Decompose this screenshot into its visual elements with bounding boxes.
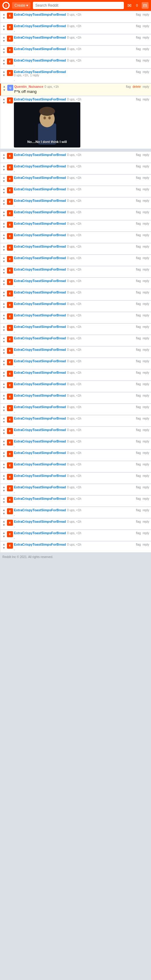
username[interactable]: ExtraCrispyToastSimpsForBread: [14, 97, 66, 101]
reply-link[interactable]: reply: [143, 382, 149, 386]
downvote-arrow[interactable]: ▼: [2, 477, 5, 481]
reply-link[interactable]: reply: [143, 337, 149, 340]
downvote-arrow[interactable]: ▼: [2, 328, 5, 332]
flag-link[interactable]: flag: [136, 520, 141, 523]
downvote-arrow[interactable]: ▼: [2, 294, 5, 298]
username[interactable]: ExtraCrispyToastSimpsForBread: [14, 382, 66, 386]
username[interactable]: ExtraCrispyToastSimpsForBread: [14, 70, 66, 73]
reply-link[interactable]: reply: [143, 394, 149, 397]
username[interactable]: ExtraCrispyToastSimpsForBread: [14, 13, 66, 16]
upvote-arrow[interactable]: ▲: [2, 394, 5, 397]
reply-link[interactable]: reply: [143, 428, 149, 432]
username[interactable]: ExtraCrispyToastSimpsForBread: [14, 256, 66, 260]
upvote-arrow[interactable]: ▲: [2, 176, 5, 180]
flag-link[interactable]: flag: [136, 531, 141, 535]
username[interactable]: ExtraCrispyToastSimpsForBread: [14, 47, 66, 51]
flag-link[interactable]: flag: [136, 417, 141, 420]
flag-link[interactable]: flag: [136, 360, 141, 363]
downvote-arrow[interactable]: ▼: [2, 180, 5, 183]
flag-link[interactable]: flag: [136, 348, 141, 352]
downvote-arrow[interactable]: ▼: [2, 397, 5, 401]
flag-link[interactable]: flag: [136, 222, 141, 225]
downvote-arrow[interactable]: ▼: [2, 168, 5, 172]
delete-link[interactable]: delete: [133, 85, 141, 88]
downvote-arrow[interactable]: ▼: [2, 535, 5, 538]
upvote-arrow[interactable]: ▲: [2, 405, 5, 409]
downvote-arrow[interactable]: ▼: [2, 225, 5, 229]
username[interactable]: ExtraCrispyToastSimpsForBread: [14, 222, 66, 225]
upvote-arrow[interactable]: ▲: [2, 417, 5, 420]
downvote-arrow[interactable]: ▼: [2, 386, 5, 390]
downvote-arrow[interactable]: ▼: [2, 340, 5, 344]
reply-link[interactable]: reply: [143, 543, 149, 546]
upvote-arrow[interactable]: ▲: [2, 451, 5, 455]
downvote-arrow[interactable]: ▼: [2, 62, 5, 66]
downvote-arrow[interactable]: ▼: [2, 51, 5, 54]
flag-link[interactable]: flag: [136, 291, 141, 294]
upvote-arrow[interactable]: ▲: [2, 382, 5, 386]
downvote-arrow[interactable]: ▼: [2, 305, 5, 309]
downvote-arrow[interactable]: ▼: [2, 260, 5, 263]
upvote-arrow[interactable]: ▲: [2, 462, 5, 466]
upvote-arrow[interactable]: ▲: [2, 24, 5, 28]
reply-link[interactable]: reply: [143, 406, 149, 409]
profile-icon[interactable]: m: [141, 2, 149, 9]
downvote-arrow[interactable]: ▼: [2, 363, 5, 366]
flag-link[interactable]: flag: [136, 199, 141, 202]
flag-link[interactable]: flag: [136, 153, 141, 156]
downvote-arrow[interactable]: ▼: [3, 88, 6, 92]
search-input[interactable]: [33, 2, 124, 9]
reply-link[interactable]: reply: [143, 188, 149, 191]
flag-link[interactable]: flag: [136, 210, 141, 214]
username[interactable]: ExtraCrispyToastSimpsForBread: [14, 359, 66, 363]
upvote-arrow[interactable]: ▲: [2, 508, 5, 512]
username[interactable]: ExtraCrispyToastSimpsForBread: [14, 267, 66, 271]
username[interactable]: ExtraCrispyToastSimpsForBread: [14, 336, 66, 340]
reply-link[interactable]: reply: [143, 176, 149, 180]
reply-link[interactable]: reply: [143, 325, 149, 328]
downvote-arrow[interactable]: ▼: [2, 214, 5, 218]
reply-link[interactable]: reply: [143, 153, 149, 156]
upvote-arrow[interactable]: ▲: [2, 245, 5, 248]
username[interactable]: ExtraCrispyToastSimpsForBread: [14, 164, 66, 168]
username[interactable]: ExtraCrispyToastSimpsForBread: [14, 520, 66, 523]
downvote-arrow[interactable]: ▼: [2, 455, 5, 458]
downvote-arrow[interactable]: ▼: [2, 523, 5, 527]
flag-link[interactable]: flag: [136, 394, 141, 397]
username[interactable]: ExtraCrispyToastSimpsForBread: [14, 291, 66, 294]
downvote-arrow[interactable]: ▼: [2, 432, 5, 435]
flag-link[interactable]: flag: [136, 474, 141, 477]
flag-link[interactable]: flag: [126, 85, 131, 88]
flag-link[interactable]: flag: [136, 36, 141, 39]
reply-link[interactable]: reply: [143, 85, 149, 88]
downvote-arrow[interactable]: ▼: [2, 271, 5, 275]
username[interactable]: ExtraCrispyToastSimpsForBread: [14, 187, 66, 191]
reply-link[interactable]: reply: [143, 520, 149, 523]
downvote-arrow[interactable]: ▼: [2, 420, 5, 424]
reply-link[interactable]: reply: [143, 371, 149, 374]
downvote-arrow[interactable]: ▼: [2, 317, 5, 321]
upvote-arrow[interactable]: ▲: [2, 199, 5, 202]
upvote-arrow[interactable]: ▲: [2, 336, 5, 340]
username[interactable]: ExtraCrispyToastSimpsForBread: [14, 302, 66, 305]
flag-link[interactable]: flag: [136, 325, 141, 328]
flag-link[interactable]: flag: [136, 440, 141, 443]
upvote-arrow[interactable]: ▲: [2, 47, 5, 51]
reply-link[interactable]: reply: [143, 302, 149, 305]
upvote-arrow[interactable]: ▲: [2, 164, 5, 168]
upvote-arrow[interactable]: ▲: [2, 291, 5, 294]
flag-link[interactable]: flag: [136, 70, 141, 73]
downvote-arrow[interactable]: ▼: [2, 443, 5, 447]
username[interactable]: ExtraCrispyToastSimpsForBread: [14, 439, 66, 443]
upvote-arrow[interactable]: ▲: [2, 187, 5, 191]
upvote-arrow[interactable]: ▲: [2, 497, 5, 500]
upvote-arrow[interactable]: ▲: [2, 542, 5, 546]
upvote-arrow[interactable]: ▲: [2, 279, 5, 283]
reply-link[interactable]: reply: [143, 463, 149, 466]
upvote-arrow[interactable]: ▲: [2, 474, 5, 477]
flag-link[interactable]: flag: [136, 406, 141, 409]
flag-link[interactable]: flag: [136, 59, 141, 62]
flag-link[interactable]: flag: [136, 509, 141, 512]
username[interactable]: ExtraCrispyToastSimpsForBread: [14, 348, 66, 352]
reply-link[interactable]: reply: [143, 222, 149, 225]
